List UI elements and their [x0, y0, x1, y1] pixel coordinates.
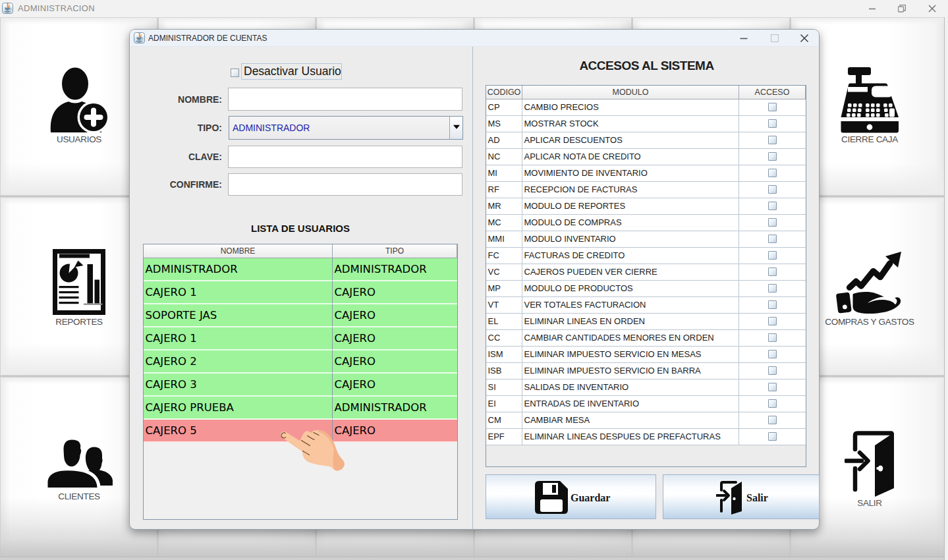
access-cell-codigo[interactable]: EPF	[486, 429, 522, 445]
access-cell-modulo[interactable]: ELIMINAR LINEAS DESPUES DE PREFACTURAS	[522, 429, 739, 445]
access-cell-codigo[interactable]: MS	[486, 116, 522, 132]
access-cell-codigo[interactable]: MP	[486, 281, 522, 297]
access-checkbox[interactable]	[768, 152, 777, 161]
access-checkbox[interactable]	[768, 251, 777, 260]
access-checkbox[interactable]	[768, 350, 777, 358]
access-cell-modulo[interactable]: VER TOTALES FACTURACION	[522, 297, 739, 314]
access-cell-acceso[interactable]	[739, 396, 806, 412]
close-button[interactable]	[922, 0, 942, 17]
access-cell-modulo[interactable]: MODULO DE REPORTES	[522, 198, 739, 215]
access-cell-codigo[interactable]: MMI	[486, 231, 522, 248]
access-cell-acceso[interactable]	[739, 116, 806, 132]
access-checkbox[interactable]	[768, 416, 777, 424]
access-cell-codigo[interactable]: SI	[486, 379, 522, 396]
access-checkbox[interactable]	[768, 317, 777, 325]
access-cell-acceso[interactable]	[739, 215, 806, 231]
access-col-header[interactable]: CODIGO	[486, 86, 522, 99]
access-cell-acceso[interactable]	[739, 379, 806, 396]
users-cell-tipo[interactable]: CAJERO	[333, 420, 457, 443]
access-cell-modulo[interactable]: MOVIMIENTO DE INVENTARIO	[522, 165, 739, 182]
access-cell-codigo[interactable]: CP	[486, 99, 522, 116]
dialog-minimize-button[interactable]	[734, 30, 754, 47]
access-cell-modulo[interactable]: ELIMINAR IMPUESTO SERVICIO EN MESAS	[522, 347, 739, 363]
access-checkbox[interactable]	[768, 185, 777, 194]
access-cell-codigo[interactable]: FC	[486, 248, 522, 264]
access-checkbox[interactable]	[768, 366, 777, 375]
access-cell-modulo[interactable]: MODULO DE COMPRAS	[522, 215, 739, 231]
access-cell-modulo[interactable]: RECEPCION DE FACTURAS	[522, 182, 739, 198]
users-cell-nombre[interactable]: CAJERO 3	[144, 374, 333, 397]
access-cell-modulo[interactable]: SALIDAS DE INVENTARIO	[522, 379, 739, 396]
access-cell-acceso[interactable]	[739, 198, 806, 215]
access-checkbox[interactable]	[768, 300, 777, 309]
access-cell-modulo[interactable]: CAJEROS PUEDEN VER CIERRE	[522, 264, 739, 281]
minimize-button[interactable]	[862, 0, 882, 17]
access-cell-acceso[interactable]	[739, 297, 806, 314]
users-cell-tipo[interactable]: CAJERO	[333, 374, 457, 397]
access-cell-acceso[interactable]	[739, 149, 806, 165]
access-cell-acceso[interactable]	[739, 429, 806, 445]
access-cell-codigo[interactable]: MI	[486, 165, 522, 182]
save-button[interactable]: Guardar	[486, 474, 656, 519]
access-cell-modulo[interactable]: FACTURAS DE CREDITO	[522, 248, 739, 264]
users-cell-tipo[interactable]: CAJERO	[333, 281, 457, 304]
access-cell-codigo[interactable]: VT	[486, 297, 522, 314]
dialog-close-button[interactable]	[795, 30, 814, 47]
users-cell-tipo[interactable]: ADMINISTRADOR	[333, 397, 457, 420]
access-cell-acceso[interactable]	[739, 314, 806, 330]
access-checkbox[interactable]	[768, 136, 777, 144]
access-cell-modulo[interactable]: APLICAR DESCUENTOS	[522, 132, 739, 149]
access-cell-modulo[interactable]: ELIMINAR LINEAS EN ORDEN	[522, 314, 739, 330]
access-cell-modulo[interactable]: CAMBIO PRECIOS	[522, 99, 739, 116]
users-cell-tipo[interactable]: CAJERO	[333, 350, 457, 374]
access-checkbox[interactable]	[768, 284, 777, 293]
access-cell-codigo[interactable]: ISB	[486, 363, 522, 379]
users-cell-nombre[interactable]: CAJERO PRUEBA	[144, 397, 333, 420]
access-cell-codigo[interactable]: EL	[486, 314, 522, 330]
access-cell-acceso[interactable]	[739, 347, 806, 363]
users-cell-nombre[interactable]: CAJERO 1	[144, 327, 333, 350]
access-cell-acceso[interactable]	[739, 231, 806, 248]
access-cell-codigo[interactable]: EI	[486, 396, 522, 412]
access-cell-modulo[interactable]: CAMBIAR MESA	[522, 412, 739, 429]
access-checkbox[interactable]	[768, 235, 777, 243]
access-cell-codigo[interactable]: CC	[486, 330, 522, 347]
access-cell-acceso[interactable]	[739, 412, 806, 429]
users-cell-nombre[interactable]: SOPORTE JAS	[144, 304, 333, 327]
access-checkbox[interactable]	[768, 218, 777, 227]
access-cell-acceso[interactable]	[739, 165, 806, 182]
access-checkbox[interactable]	[768, 383, 777, 391]
access-cell-acceso[interactable]	[739, 132, 806, 149]
access-checkbox[interactable]	[768, 399, 777, 408]
access-checkbox[interactable]	[768, 169, 777, 177]
access-cell-modulo[interactable]: CAMBIAR CANTIDADES MENORES EN ORDEN	[522, 330, 739, 347]
access-cell-codigo[interactable]: MR	[486, 198, 522, 215]
access-cell-modulo[interactable]: ENTRADAS DE INVENTARIO	[522, 396, 739, 412]
users-cell-tipo[interactable]: ADMINISTRADOR	[333, 258, 457, 281]
users-col-header[interactable]: TIPO	[333, 244, 457, 258]
access-cell-modulo[interactable]: APLICAR NOTA DE CREDITO	[522, 149, 739, 165]
access-checkbox[interactable]	[768, 267, 777, 276]
access-cell-codigo[interactable]: RF	[486, 182, 522, 198]
access-checkbox[interactable]	[768, 119, 777, 128]
access-cell-modulo[interactable]: MODULO INVENTARIO	[522, 231, 739, 248]
access-col-header[interactable]: MODULO	[522, 86, 739, 99]
access-cell-acceso[interactable]	[739, 248, 806, 264]
field-input-nombre[interactable]	[228, 88, 462, 111]
combobox-dropdown-button[interactable]	[449, 117, 462, 139]
access-cell-codigo[interactable]: MC	[486, 215, 522, 231]
access-cell-modulo[interactable]: MODULO DE PRODUCTOS	[522, 281, 739, 297]
access-cell-codigo[interactable]: NC	[486, 149, 522, 165]
access-cell-modulo[interactable]: MOSTRAR STOCK	[522, 116, 739, 132]
access-cell-acceso[interactable]	[739, 99, 806, 116]
users-cell-tipo[interactable]: CAJERO	[333, 304, 457, 327]
deactivate-user-checkbox[interactable]	[231, 69, 239, 77]
access-checkbox[interactable]	[768, 103, 777, 111]
access-cell-acceso[interactable]	[739, 363, 806, 379]
access-col-header[interactable]: ACCESO	[739, 86, 806, 99]
users-cell-nombre[interactable]: ADMINISTRADOR	[144, 258, 333, 281]
tipo-combobox[interactable]: ADMINISTRADOR	[229, 116, 463, 140]
access-cell-codigo[interactable]: CM	[486, 412, 522, 429]
users-cell-nombre[interactable]: CAJERO 2	[144, 350, 333, 374]
access-cell-codigo[interactable]: AD	[486, 132, 522, 149]
